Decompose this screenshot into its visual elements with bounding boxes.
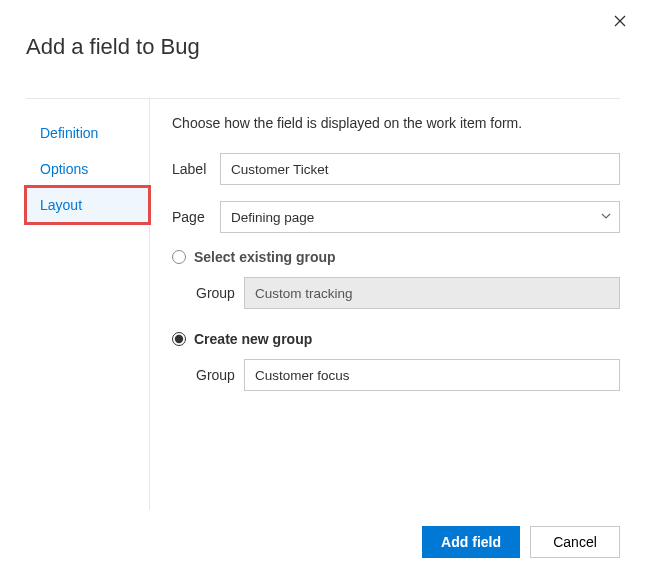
dialog-title: Add a field to Bug — [26, 34, 620, 60]
add-field-dialog: Add a field to Bug Definition Options La… — [0, 0, 646, 584]
radio-existing-group[interactable]: Select existing group — [172, 249, 620, 265]
label-input[interactable] — [220, 153, 620, 185]
radio-existing-input[interactable] — [172, 250, 186, 264]
tab-list: Definition Options Layout — [26, 99, 150, 510]
pane-intro: Choose how the field is displayed on the… — [172, 115, 620, 131]
cancel-button[interactable]: Cancel — [530, 526, 620, 558]
radio-create-input[interactable] — [172, 332, 186, 346]
label-field-label: Label — [172, 161, 220, 177]
page-field-label: Page — [172, 209, 220, 225]
add-field-button[interactable]: Add field — [422, 526, 520, 558]
close-button[interactable] — [610, 12, 630, 32]
existing-group-label: Group — [196, 285, 244, 301]
radio-existing-label: Select existing group — [194, 249, 336, 265]
radio-create-group[interactable]: Create new group — [172, 331, 620, 347]
page-select[interactable]: Defining page — [220, 201, 620, 233]
close-icon — [614, 15, 626, 30]
layout-pane: Choose how the field is displayed on the… — [150, 99, 620, 510]
create-group-input[interactable] — [244, 359, 620, 391]
dialog-footer: Add field Cancel — [26, 510, 620, 558]
tab-definition[interactable]: Definition — [26, 115, 149, 151]
radio-create-label: Create new group — [194, 331, 312, 347]
existing-group-input — [244, 277, 620, 309]
tab-layout[interactable]: Layout — [26, 187, 149, 223]
create-group-label: Group — [196, 367, 244, 383]
tab-options[interactable]: Options — [26, 151, 149, 187]
